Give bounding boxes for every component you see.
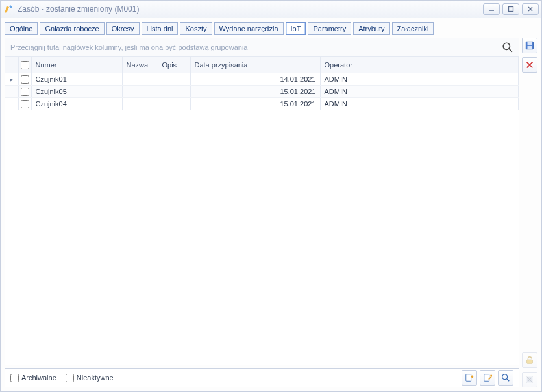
cell-nazwa — [122, 73, 158, 86]
archiwalne-checkbox[interactable]: Archiwalne — [10, 374, 56, 382]
row-checkbox[interactable] — [21, 100, 29, 108]
minimize-button[interactable] — [483, 3, 500, 15]
side-toolbar — [522, 38, 537, 387]
cell-numer: Czujnik04 — [31, 98, 122, 110]
header-row: Numer Nazwa Opis Data przypisania Operat… — [5, 57, 519, 73]
cell-numer: Czujnik01 — [31, 73, 122, 86]
svg-rect-8 — [527, 360, 533, 363]
svg-rect-2 — [466, 374, 471, 382]
cell-opis — [158, 86, 190, 98]
svg-rect-3 — [484, 374, 489, 382]
row-checkbox-cell[interactable] — [18, 86, 31, 98]
cell-nazwa — [122, 86, 158, 98]
checkbox-header[interactable] — [18, 57, 31, 73]
data-grid[interactable]: Numer Nazwa Opis Data przypisania Operat… — [5, 57, 519, 365]
table-row[interactable]: ▸Czujnik0114.01.2021ADMIN — [5, 73, 519, 86]
tab-bar: OgólneGniazda roboczeOkresyLista dniKosz… — [5, 22, 537, 35]
row-indicator-header — [5, 57, 18, 73]
cell-data: 15.01.2021 — [190, 98, 320, 110]
tab-parametry[interactable]: Parametry — [308, 22, 351, 35]
group-by-bar[interactable]: Przeciągnij tutaj nagłówek kolumny, jeśl… — [5, 38, 519, 57]
save-button[interactable] — [522, 38, 537, 53]
preview-button[interactable] — [498, 370, 513, 386]
select-all-checkbox[interactable] — [21, 61, 29, 69]
cell-opis — [158, 98, 190, 110]
col-data[interactable]: Data przypisania — [190, 57, 320, 73]
row-checkbox[interactable] — [21, 88, 29, 96]
unlock-button[interactable] — [522, 352, 537, 368]
cell-operator: ADMIN — [320, 73, 519, 86]
grid-panel: Przeciągnij tutaj nagłówek kolumny, jeśl… — [5, 38, 519, 365]
row-checkbox-cell[interactable] — [18, 73, 31, 86]
col-opis[interactable]: Opis — [158, 57, 190, 73]
patch-button[interactable] — [522, 372, 537, 387]
col-nazwa[interactable]: Nazwa — [122, 57, 158, 73]
row-indicator — [5, 86, 18, 98]
tab-wydane-narzędzia[interactable]: Wydane narzędzia — [214, 22, 284, 35]
row-indicator: ▸ — [5, 73, 18, 86]
tab-koszty[interactable]: Koszty — [180, 22, 212, 35]
cell-operator: ADMIN — [320, 98, 519, 110]
svg-rect-9 — [527, 377, 533, 383]
table-row[interactable]: Czujnik0515.01.2021ADMIN — [5, 86, 519, 98]
app-icon — [3, 4, 14, 14]
cell-operator: ADMIN — [320, 86, 519, 98]
search-icon[interactable] — [502, 42, 513, 53]
row-checkbox[interactable] — [21, 75, 29, 84]
svg-rect-6 — [528, 42, 532, 45]
svg-rect-0 — [509, 7, 513, 12]
tab-gniazda-robocze[interactable]: Gniazda robocze — [40, 22, 104, 35]
tab-ogólne[interactable]: Ogólne — [5, 22, 38, 35]
archiwalne-label: Archiwalne — [21, 374, 56, 382]
close-button[interactable] — [522, 3, 539, 15]
row-indicator — [5, 98, 18, 110]
row-checkbox-cell[interactable] — [18, 98, 31, 110]
nieaktywne-label: Nieaktywne — [77, 374, 114, 382]
table-row[interactable]: Czujnik0415.01.2021ADMIN — [5, 98, 519, 110]
bottom-bar: Archiwalne Nieaktywne — [5, 368, 519, 387]
window: { "window": { "title": "Zasób - zostanie… — [0, 0, 542, 392]
cell-data: 14.01.2021 — [190, 73, 320, 86]
cell-opis — [158, 73, 190, 86]
nieaktywne-input[interactable] — [66, 374, 74, 382]
delete-button[interactable] — [522, 57, 537, 73]
group-hint-text: Przeciągnij tutaj nagłówek kolumny, jeśl… — [10, 43, 502, 51]
link-button[interactable] — [480, 370, 495, 386]
tab-załączniki[interactable]: Załączniki — [392, 22, 434, 35]
add-button[interactable] — [462, 370, 477, 386]
maximize-button[interactable] — [502, 3, 519, 15]
window-title: Zasób - zostanie zmieniony (M001) — [18, 5, 483, 14]
nieaktywne-checkbox[interactable]: Nieaktywne — [66, 374, 114, 382]
col-numer[interactable]: Numer — [31, 57, 122, 73]
archiwalne-input[interactable] — [10, 374, 19, 382]
tab-lista-dni[interactable]: Lista dni — [142, 22, 179, 35]
svg-point-1 — [503, 43, 510, 49]
svg-point-4 — [502, 374, 508, 380]
svg-rect-7 — [528, 46, 532, 49]
window-buttons — [483, 3, 539, 15]
titlebar: Zasób - zostanie zmieniony (M001) — [1, 1, 541, 18]
cell-data: 15.01.2021 — [190, 86, 320, 98]
tab-okresy[interactable]: Okresy — [106, 22, 140, 35]
cell-numer: Czujnik05 — [31, 86, 122, 98]
col-operator[interactable]: Operator — [320, 57, 519, 73]
tab-atrybuty[interactable]: Atrybuty — [353, 22, 389, 35]
cell-nazwa — [122, 98, 158, 110]
tab-iot[interactable]: IoT — [286, 22, 306, 35]
